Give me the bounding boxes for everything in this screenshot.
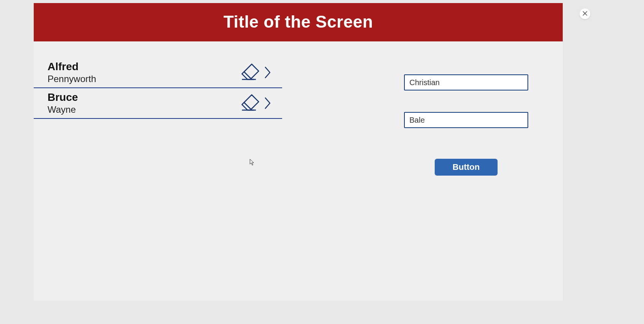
chevron-right-icon[interactable] bbox=[264, 97, 272, 110]
last-name: Pennyworth bbox=[48, 74, 96, 84]
last-name-input[interactable] bbox=[404, 112, 528, 128]
button-wrapper: Button bbox=[404, 150, 563, 176]
page-title: Title of the Screen bbox=[34, 12, 563, 31]
screen-header: Title of the Screen bbox=[34, 3, 563, 41]
last-name: Wayne bbox=[48, 104, 78, 115]
name-block: Alfred Pennyworth bbox=[48, 61, 96, 84]
row-actions bbox=[239, 92, 274, 114]
first-name: Alfred bbox=[48, 61, 96, 73]
close-icon bbox=[582, 11, 588, 17]
list-item[interactable]: Bruce Wayne bbox=[34, 88, 282, 119]
eraser-icon[interactable] bbox=[239, 61, 261, 84]
form-column: Button bbox=[282, 58, 563, 301]
first-name: Bruce bbox=[48, 91, 78, 104]
first-name-input[interactable] bbox=[404, 74, 528, 90]
modal-screen: Title of the Screen Alfred Pennyworth bbox=[34, 3, 563, 301]
chevron-right-icon[interactable] bbox=[264, 66, 272, 79]
eraser-icon[interactable] bbox=[239, 92, 261, 114]
screen-body: Alfred Pennyworth bbox=[34, 41, 563, 301]
row-actions bbox=[239, 61, 274, 84]
submit-button[interactable]: Button bbox=[435, 159, 498, 176]
close-button[interactable] bbox=[580, 8, 590, 19]
input-wrapper-2 bbox=[404, 112, 563, 128]
list-item[interactable]: Alfred Pennyworth bbox=[34, 58, 282, 88]
name-block: Bruce Wayne bbox=[48, 91, 78, 115]
list-column: Alfred Pennyworth bbox=[34, 58, 282, 301]
input-wrapper-1 bbox=[404, 74, 563, 90]
